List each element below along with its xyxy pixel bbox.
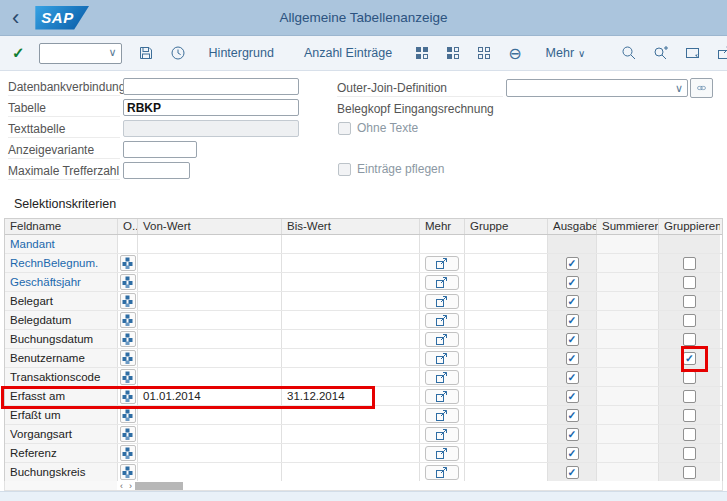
gruppe-cell[interactable] [465, 368, 548, 386]
gruppieren-checkbox[interactable]: ✓ [683, 428, 696, 441]
ausgabe-checkbox[interactable]: ✓ [566, 333, 579, 346]
command-field[interactable]: ∨ [39, 43, 122, 64]
bis-wert-cell[interactable] [282, 463, 420, 481]
von-wert-cell[interactable] [138, 406, 282, 424]
datenbankverbindung-input[interactable] [123, 78, 299, 95]
hintergrund-button[interactable]: Hintergrund [203, 45, 280, 61]
ausgabe-checkbox[interactable]: ✓ [566, 390, 579, 403]
bis-wert-cell[interactable] [282, 349, 420, 367]
gruppe-cell[interactable] [465, 444, 548, 462]
gruppe-cell[interactable] [465, 235, 548, 253]
multiple-selection-button[interactable] [425, 256, 459, 271]
multiple-selection-button[interactable] [425, 313, 459, 328]
combobox-chevron-icon[interactable]: ∨ [675, 82, 683, 95]
bis-wert-cell[interactable] [282, 235, 420, 253]
selection-option-button[interactable] [120, 369, 136, 385]
ausgabe-checkbox[interactable]: ✓ [566, 447, 579, 460]
gruppieren-checkbox[interactable]: ✓ [683, 466, 696, 479]
ausgabe-checkbox[interactable]: ✓ [566, 352, 579, 365]
selection-option-button[interactable] [120, 274, 136, 290]
von-wert-cell[interactable] [138, 349, 282, 367]
multiple-selection-button[interactable] [425, 370, 459, 385]
maximale-trefferzahl-input[interactable] [123, 162, 190, 179]
deselect-all-button[interactable] [477, 46, 492, 61]
scrollbar-thumb[interactable] [135, 482, 183, 490]
field-name-link[interactable]: Mandant [10, 238, 55, 250]
multiple-selection-button[interactable] [425, 427, 459, 442]
search-button[interactable] [621, 45, 637, 61]
selection-option-button[interactable] [120, 445, 136, 461]
gruppieren-checkbox[interactable]: ✓ [683, 447, 696, 460]
multiple-selection-button[interactable] [425, 332, 459, 347]
tabelle-input[interactable] [123, 99, 299, 116]
gruppe-cell[interactable] [465, 254, 548, 272]
von-wert-cell[interactable] [138, 292, 282, 310]
confirm-check-icon[interactable]: ✓ [12, 44, 25, 62]
gruppe-cell[interactable] [465, 311, 548, 329]
scroll-left-icon[interactable]: ‹ [120, 482, 123, 490]
multiple-selection-button[interactable] [425, 465, 459, 480]
gruppe-cell[interactable] [465, 349, 548, 367]
ausgabe-checkbox[interactable]: ✓ [566, 257, 579, 270]
gruppieren-checkbox[interactable]: ✓ [683, 295, 696, 308]
ausgabe-checkbox[interactable]: ✓ [566, 295, 579, 308]
selection-option-button[interactable] [120, 388, 136, 404]
horizontal-scrollbar[interactable]: ‹ › [4, 481, 723, 491]
gruppe-cell[interactable] [465, 463, 548, 481]
von-wert-cell[interactable] [138, 330, 282, 348]
bis-wert-cell[interactable] [282, 406, 420, 424]
bis-wert-cell[interactable] [282, 330, 420, 348]
ausgabe-checkbox[interactable]: ✓ [566, 314, 579, 327]
gruppe-cell[interactable] [465, 425, 548, 443]
ausgabe-checkbox[interactable]: ✓ [566, 276, 579, 289]
bis-wert-cell[interactable] [282, 444, 420, 462]
von-wert-cell[interactable] [138, 254, 282, 272]
selection-option-button[interactable] [120, 350, 136, 366]
von-wert-cell[interactable] [138, 273, 282, 291]
gruppieren-checkbox[interactable]: ✓ [683, 409, 696, 422]
selection-option-button[interactable] [120, 331, 136, 347]
bis-wert-cell[interactable] [282, 254, 420, 272]
gruppieren-checkbox[interactable]: ✓ [683, 314, 696, 327]
von-wert-cell[interactable] [138, 425, 282, 443]
select-all-button[interactable] [415, 46, 430, 61]
bis-wert-cell[interactable] [282, 292, 420, 310]
outer-join-link-button[interactable] [690, 78, 713, 98]
von-wert-cell[interactable] [138, 311, 282, 329]
scroll-right-icon[interactable]: › [129, 482, 132, 490]
selection-option-button[interactable] [120, 255, 136, 271]
search-next-button[interactable] [653, 45, 669, 61]
open-new-window-button[interactable] [717, 45, 727, 61]
selection-option-button[interactable] [120, 426, 136, 442]
save-button[interactable] [138, 45, 154, 61]
selection-option-button[interactable] [120, 464, 136, 480]
multiple-selection-button[interactable] [425, 446, 459, 461]
bis-wert-cell[interactable]: 31.12.2014 [282, 387, 420, 405]
multiple-selection-button[interactable] [425, 408, 459, 423]
mehr-menu-button[interactable]: Mehr ∨ [540, 45, 592, 61]
field-name-link[interactable]: RechnBelegnum. [10, 257, 98, 269]
gruppe-cell[interactable] [465, 292, 548, 310]
gruppieren-checkbox[interactable]: ✓ [683, 333, 696, 346]
multiple-selection-button[interactable] [425, 294, 459, 309]
anzahl-eintraege-button[interactable]: Anzahl Einträge [298, 45, 398, 61]
multiple-selection-button[interactable] [425, 351, 459, 366]
gruppe-cell[interactable] [465, 273, 548, 291]
multiple-selection-button[interactable] [425, 275, 459, 290]
selection-option-button[interactable] [120, 407, 136, 423]
gruppieren-checkbox[interactable]: ✓ [683, 371, 696, 384]
gruppieren-checkbox[interactable]: ✓ [683, 390, 696, 403]
anzeigevariante-input[interactable] [123, 141, 197, 158]
selection-option-button[interactable] [120, 293, 136, 309]
ausgabe-checkbox[interactable]: ✓ [566, 466, 579, 479]
bis-wert-cell[interactable] [282, 368, 420, 386]
von-wert-cell[interactable] [138, 444, 282, 462]
gruppieren-checkbox[interactable]: ✓ [683, 257, 696, 270]
ausgabe-checkbox[interactable]: ✓ [566, 409, 579, 422]
von-wert-cell[interactable]: 01.01.2014 [138, 387, 282, 405]
multiple-selection-button[interactable] [425, 389, 459, 404]
outer-join-combobox[interactable]: ∨ [506, 79, 688, 97]
gruppe-cell[interactable] [465, 406, 548, 424]
back-icon[interactable]: ‹ [12, 8, 19, 28]
ausgabe-checkbox[interactable]: ✓ [566, 428, 579, 441]
